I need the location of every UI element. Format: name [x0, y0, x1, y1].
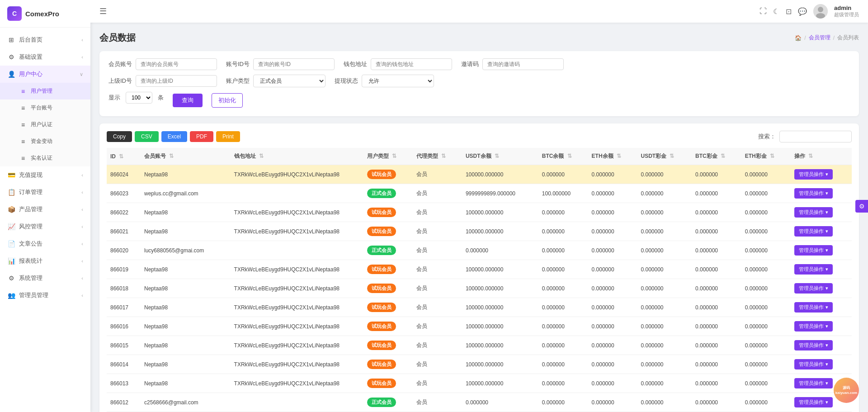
- wallet-address-input[interactable]: [371, 58, 452, 70]
- admin-op-button[interactable]: 管理员操作: [794, 397, 833, 407]
- cell-wallet: [231, 393, 364, 412]
- sidebar-label-home: 后台首页: [19, 36, 42, 44]
- cell-eth: 0.000000: [588, 203, 637, 222]
- cell-account: lucy6880565@gmai.com: [141, 241, 231, 260]
- cell-agent-type: 会员: [413, 184, 462, 203]
- sidebar-item-real-auth[interactable]: ≡ 实名认证: [0, 150, 90, 166]
- col-agent-type[interactable]: 代理类型 ⇅: [413, 148, 462, 165]
- admin-op-button[interactable]: 管理员操作: [794, 245, 833, 256]
- col-eth[interactable]: ETH余额 ⇅: [588, 148, 637, 165]
- col-usdt-bonus[interactable]: USDT彩金 ⇅: [637, 148, 692, 165]
- cell-wallet: TXRkWcLeBEuygd9HUQC2X1vLiNeptaa98: [231, 222, 364, 241]
- sidebar-item-risk[interactable]: 📈 风控管理 ‹: [0, 218, 90, 235]
- fullscreen-icon[interactable]: ⛶: [760, 7, 767, 15]
- reset-button[interactable]: 初始化: [212, 93, 243, 108]
- copy-button[interactable]: Copy: [107, 131, 132, 142]
- table-container: ID ⇅ 会员账号 ⇅ 钱包地址 ⇅ 用户类型 ⇅ 代理类型 ⇅ USDT余额 …: [107, 148, 852, 412]
- breadcrumb-home-icon[interactable]: 🏠: [795, 35, 802, 41]
- member-account-input[interactable]: [136, 58, 217, 70]
- order-icon: 📋: [7, 189, 15, 196]
- cell-wallet: TXRkWcLeBEuygd9HUQC2X1vLiNeptaa98: [231, 374, 364, 393]
- col-btc-bonus[interactable]: BTC彩金 ⇅: [692, 148, 741, 165]
- col-usdt[interactable]: USDT余额 ⇅: [462, 148, 538, 165]
- admin-op-button[interactable]: 管理员操作: [794, 302, 833, 313]
- cell-agent-type: 会员: [413, 374, 462, 393]
- sidebar-item-recharge[interactable]: 💳 充值提现 ‹: [0, 166, 90, 184]
- settings-float-button[interactable]: ⚙: [855, 200, 868, 213]
- sidebar-item-report[interactable]: 📊 报表统计 ‹: [0, 252, 90, 270]
- sidebar-item-article[interactable]: 📄 文章公告 ‹: [0, 235, 90, 252]
- sidebar-item-product[interactable]: 📦 产品管理 ‹: [0, 201, 90, 218]
- sidebar-item-user-management[interactable]: ≡ 用户管理: [0, 83, 90, 99]
- invite-code-input[interactable]: [482, 58, 564, 70]
- sidebar-item-platform-account[interactable]: ≡ 平台账号: [0, 99, 90, 116]
- col-wallet[interactable]: 钱包地址 ⇅: [231, 148, 364, 165]
- table-row: 866015 Neptaa98 TXRkWcLeBEuygd9HUQC2X1vL…: [107, 336, 852, 355]
- sidebar-label-product: 产品管理: [19, 205, 42, 213]
- sidebar-item-system[interactable]: ⚙ 系统管理 ‹: [0, 270, 90, 287]
- filter-member-account-label: 会员账号: [108, 60, 132, 68]
- cell-eth: 0.000000: [588, 298, 637, 317]
- cell-agent-type: 会员: [413, 165, 462, 184]
- chevron-icon: ‹: [81, 275, 83, 281]
- pdf-button[interactable]: PDF: [190, 131, 213, 142]
- sidebar-item-order[interactable]: 📋 订单管理 ‹: [0, 184, 90, 201]
- cell-btc-bonus: 0.000000: [692, 203, 741, 222]
- sidebar-label-user-auth: 用户认证: [31, 121, 52, 128]
- table-search-input[interactable]: [779, 131, 852, 142]
- sidebar-item-admin-management[interactable]: 👥 管理员管理 ‹: [0, 287, 90, 304]
- cell-account: Neptaa98: [141, 298, 231, 317]
- cell-eth-bonus: 0.000000: [741, 222, 791, 241]
- admin-op-button[interactable]: 管理员操作: [794, 169, 833, 180]
- csv-button[interactable]: CSV: [135, 131, 159, 142]
- theme-toggle-icon[interactable]: ☾: [773, 7, 779, 16]
- sidebar-item-user-auth[interactable]: ≡ 用户认证: [0, 116, 90, 133]
- account-type-select[interactable]: 正式会员 试玩会员 全部: [253, 75, 326, 87]
- excel-button[interactable]: Excel: [161, 131, 187, 142]
- admin-op-button[interactable]: 管理员操作: [794, 378, 833, 388]
- filter-account-id: 账号ID号: [226, 58, 335, 70]
- withdraw-status-select[interactable]: 允许 禁止 全部: [362, 75, 434, 87]
- display-select[interactable]: 10 25 50 100: [126, 92, 152, 104]
- breadcrumb-member-management[interactable]: 会员管理: [809, 34, 830, 42]
- admin-op-button[interactable]: 管理员操作: [794, 226, 833, 237]
- cell-agent-type: 会员: [413, 355, 462, 374]
- admin-op-button[interactable]: 管理员操作: [794, 188, 833, 199]
- hamburger-menu[interactable]: ☰: [99, 6, 107, 16]
- cell-eth-bonus: 0.000000: [741, 184, 791, 203]
- breadcrumb-current: 会员列表: [837, 34, 859, 42]
- admin-op-button[interactable]: 管理员操作: [794, 340, 833, 350]
- account-id-input[interactable]: [253, 58, 335, 70]
- article-icon: 📄: [7, 240, 15, 247]
- chevron-down-icon: ∨: [80, 71, 83, 77]
- table-row: 866016 Neptaa98 TXRkWcLeBEuygd9HUQC2X1vL…: [107, 317, 852, 336]
- query-button[interactable]: 查询: [173, 94, 203, 107]
- col-id[interactable]: ID ⇅: [107, 148, 141, 165]
- topbar-left: ☰: [99, 6, 107, 16]
- sidebar-item-fund-change[interactable]: ≡ 资金变动: [0, 133, 90, 150]
- cell-account: Neptaa98: [141, 260, 231, 279]
- admin-op-button[interactable]: 管理员操作: [794, 264, 833, 275]
- col-user-type[interactable]: 用户类型 ⇅: [363, 148, 413, 165]
- cell-usdt: 100000.000000: [462, 336, 538, 355]
- admin-op-button[interactable]: 管理员操作: [794, 321, 833, 331]
- cell-eth: 0.000000: [588, 165, 637, 184]
- col-btc[interactable]: BTC余额 ⇅: [538, 148, 588, 165]
- admin-op-button[interactable]: 管理员操作: [794, 207, 833, 218]
- sidebar-item-user-center[interactable]: 👤 用户中心 ∨: [0, 66, 90, 83]
- parent-id-input[interactable]: [136, 75, 217, 87]
- admin-op-button[interactable]: 管理员操作: [794, 283, 833, 294]
- cell-btc-bonus: 0.000000: [692, 298, 741, 317]
- sidebar-item-home[interactable]: ⊞ 后台首页 ‹: [0, 31, 90, 48]
- cell-agent-type: 会员: [413, 393, 462, 412]
- message-icon[interactable]: 💬: [798, 7, 807, 16]
- sidebar-item-basic-settings[interactable]: ⚙ 基础设置 ‹: [0, 48, 90, 66]
- display-icon[interactable]: ⊡: [786, 7, 792, 16]
- admin-op-button[interactable]: 管理员操作: [794, 359, 833, 369]
- cell-btc: 0.000000: [538, 355, 588, 374]
- cell-user-type: 试玩会员: [363, 165, 413, 184]
- col-eth-bonus[interactable]: ETH彩金 ⇅: [741, 148, 791, 165]
- print-button[interactable]: Print: [216, 131, 240, 142]
- chevron-icon: ‹: [81, 172, 83, 178]
- col-account[interactable]: 会员账号 ⇅: [141, 148, 231, 165]
